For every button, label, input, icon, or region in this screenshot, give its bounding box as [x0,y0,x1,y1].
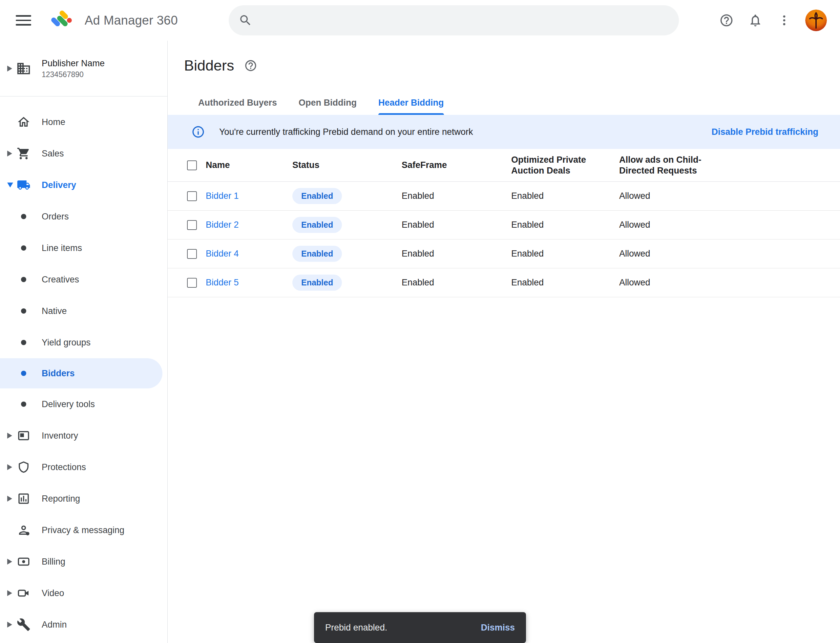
child-directed-value: Allowed [619,191,827,201]
tab-open-bidding[interactable]: Open Bidding [299,91,357,115]
chevron-right-icon [7,65,12,72]
sidebar-item-label: Native [42,306,67,316]
bullet-icon [21,308,26,313]
sidebar-item-label: Privacy & messaging [42,525,124,535]
row-checkbox[interactable] [187,191,197,201]
status-badge: Enabled [293,246,342,262]
help-icon [719,13,734,28]
opad-value: Enabled [511,191,619,201]
video-camera-icon [16,585,31,601]
child-directed-value: Allowed [619,220,827,230]
topbar-actions [719,0,827,41]
sidebar-item-label: Creatives [42,274,79,285]
sidebar-item-label: Home [42,117,65,127]
sidebar-item-label: Orders [42,212,69,222]
safeframe-value: Enabled [402,277,511,288]
sidebar-item-home[interactable]: Home [0,106,167,138]
disable-prebid-link[interactable]: Disable Prebid trafficking [711,127,818,137]
sidebar-item-label: Yield groups [42,338,91,348]
ad-manager-app: Ad Manager 360 [0,0,840,643]
table-row: Bidder 5 Enabled Enabled Enabled Allowed [168,268,840,297]
sidebar-item-orders[interactable]: Orders [0,201,167,232]
opad-value: Enabled [511,249,619,259]
sidebar-item-delivery[interactable]: Delivery [0,169,167,201]
sidebar-item-label: Billing [42,557,65,567]
chevron-right-icon [7,622,12,628]
sidebar-item-label: Admin [42,620,67,630]
search-input[interactable] [260,15,669,26]
bullet-icon [21,401,26,407]
sidebar-item-label: Protections [42,462,86,472]
tab-authorized-buyers[interactable]: Authorized Buyers [198,91,277,115]
sidebar-item-billing[interactable]: Billing [0,546,167,578]
search-icon [239,13,252,27]
sidebar-item-admin[interactable]: Admin [0,609,167,640]
chevron-right-icon [7,590,12,596]
page-title: Bidders [184,57,234,74]
bell-icon [748,13,763,28]
opad-value: Enabled [511,220,619,230]
user-avatar[interactable] [805,10,827,31]
sidebar-item-label: Inventory [42,431,78,441]
publisher-id: 1234567890 [42,69,105,80]
bar-chart-icon [16,491,31,506]
publisher-selector[interactable]: Publisher Name 1234567890 [0,41,167,96]
sidebar-item-sales[interactable]: Sales [0,138,167,169]
sidebar-item-delivery-tools[interactable]: Delivery tools [0,388,167,420]
truck-icon [16,177,31,193]
bidder-link[interactable]: Bidder 2 [206,220,239,230]
snackbar-message: Prebid enabled. [325,623,387,633]
row-checkbox[interactable] [187,278,197,288]
bullet-icon [21,277,26,282]
bullet-icon [21,214,26,219]
bidder-link[interactable]: Bidder 5 [206,277,239,287]
sidebar-item-privacy-messaging[interactable]: Privacy & messaging [0,514,167,546]
sidebar-item-bidders[interactable]: Bidders [0,358,162,388]
bidders-table: Name Status SafeFrame Optimized Private … [168,149,840,297]
bidder-link[interactable]: Bidder 1 [206,191,239,201]
column-header-child-directed: Allow ads on Child-Directed Requests [619,155,721,176]
sidebar-item-line-items[interactable]: Line items [0,232,167,264]
banner-message: You're currently trafficking Prebid dema… [219,127,473,137]
chevron-right-icon [7,150,12,157]
sidebar-item-protections[interactable]: Protections [0,451,167,483]
sidebar-item-video[interactable]: Video [0,578,167,609]
avatar-image [805,10,827,31]
bullet-icon [21,340,26,345]
tab-header-bidding[interactable]: Header Bidding [378,91,444,115]
help-button[interactable] [719,13,734,28]
shield-icon [16,459,31,475]
wrench-icon [16,617,31,633]
menu-icon[interactable] [16,13,31,28]
sidebar-item-native[interactable]: Native [0,295,167,327]
bidder-link[interactable]: Bidder 4 [206,249,239,258]
info-icon [191,125,205,139]
sidebar-item-creatives[interactable]: Creatives [0,264,167,295]
chevron-right-icon [7,433,12,439]
chevron-right-icon [7,559,12,565]
chevron-right-icon [7,464,12,470]
sidebar-item-reporting[interactable]: Reporting [0,483,167,514]
sidebar-item-label: Bidders [42,369,75,379]
organization-icon [16,61,31,77]
top-app-bar: Ad Manager 360 [0,0,840,41]
sidebar-item-yield-groups[interactable]: Yield groups [0,327,167,358]
bullet-icon [21,371,26,376]
chevron-down-icon [7,183,13,188]
more-options-button[interactable] [776,13,792,28]
sidebar-nav: Home Sales Delivery [0,96,167,640]
safeframe-value: Enabled [402,249,511,259]
notifications-button[interactable] [747,13,763,28]
page-help-button[interactable] [244,59,257,72]
column-header-name: Name [206,160,293,170]
select-all-checkbox[interactable] [187,160,197,170]
snackbar: Prebid enabled. Dismiss [314,612,526,643]
sidebar-item-label: Video [42,588,64,598]
sidebar-item-inventory[interactable]: Inventory [0,420,167,451]
dismiss-button[interactable]: Dismiss [481,623,515,633]
status-badge: Enabled [293,188,342,204]
search-bar[interactable] [229,5,679,36]
chevron-right-icon [7,496,12,502]
row-checkbox[interactable] [187,220,197,230]
row-checkbox[interactable] [187,249,197,259]
